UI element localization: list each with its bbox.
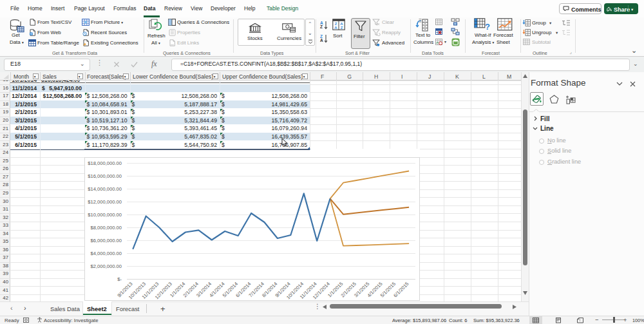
svg-text:$8,000,000.00: $8,000,000.00 — [90, 225, 122, 231]
svg-text:$10,000,000.00: $10,000,000.00 — [88, 212, 122, 218]
svg-text:Z: Z — [335, 22, 337, 26]
svg-text:?: ? — [485, 22, 490, 32]
svg-text:$-: $- — [117, 276, 122, 282]
svg-text:$4,000,000.00: $4,000,000.00 — [90, 251, 122, 256]
svg-text:$2,000,000.00: $2,000,000.00 — [90, 263, 122, 269]
svg-text:$18,000,000.00: $18,000,000.00 — [88, 160, 122, 166]
svg-text:$14,000,000.00: $14,000,000.00 — [88, 186, 122, 192]
svg-text:$12,000,000.00: $12,000,000.00 — [88, 199, 122, 205]
svg-text:Z: Z — [341, 26, 343, 30]
svg-text:A: A — [334, 26, 337, 30]
svg-text:A: A — [340, 22, 343, 26]
svg-text:$6,000,000.00: $6,000,000.00 — [90, 238, 122, 243]
svg-text:$16,000,000.00: $16,000,000.00 — [88, 173, 122, 179]
